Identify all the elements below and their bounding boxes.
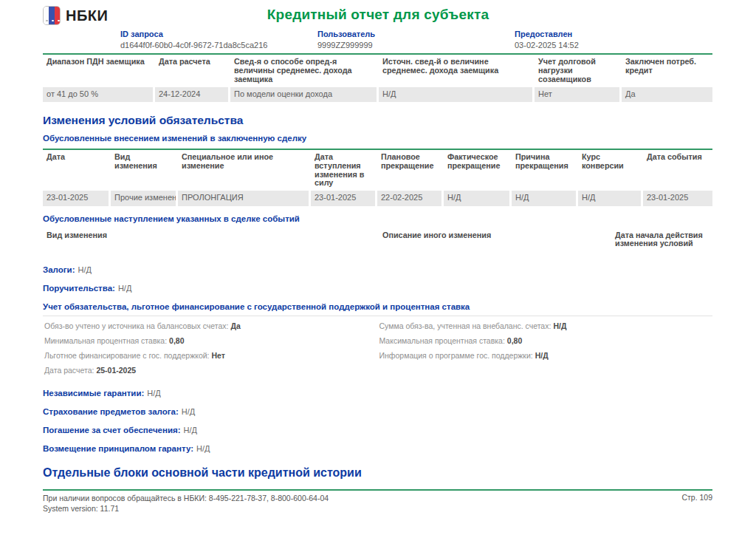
pdn-table-header: Учет долговой нагрузки созаемщиков (535, 55, 619, 86)
meta-provided: Предоставлен 03-02-2025 14:52 (515, 30, 712, 50)
kv-value: Н/Д (196, 444, 210, 453)
changes-table-header: Дата (43, 150, 109, 190)
detail-label: Максимальная процентная ставка: (379, 336, 505, 345)
kv-label: Независимые гарантии: (43, 389, 144, 398)
pdn-table-cell: Нет (535, 87, 619, 102)
kv-guarantees: Поручительства:Н/Д (43, 284, 712, 293)
meta-value: 03-02-2025 14:52 (515, 41, 712, 50)
detail-row: Информация о программе гос. поддержки:Н/… (378, 348, 713, 363)
detail-value: Н/Д (553, 321, 566, 330)
pdn-table-cell: По модели оценки дохода (230, 87, 377, 102)
kv-label: Страхование предметов залога: (43, 407, 179, 416)
changes-table-cell: 23-01-2025 (43, 191, 109, 205)
section-heading-changes: Изменения условий обязательства (43, 114, 712, 127)
events-table-header: Вид изменения (43, 228, 377, 256)
kv-label: Залоги: (43, 265, 75, 274)
detail-value: 25-01-2025 (96, 366, 136, 375)
changes-table-header: Плановое прекращение (377, 150, 441, 190)
footer-text: При наличии вопросов обращайтесь в НБКИ:… (43, 493, 329, 514)
changes-table-cell: 22-02-2025 (377, 191, 441, 205)
logo-dots (46, 20, 48, 22)
page-title: Кредитный отчет для субъекта (0, 7, 756, 23)
meta-value: 9999ZZ999999 (317, 41, 515, 50)
changes-table-cell: Прочие изменения (111, 191, 176, 205)
changes-table-cell: 23-01-2025 (643, 191, 712, 205)
changes-table-cell: 23-01-2025 (311, 191, 375, 205)
events-table-header: Дата начала действия изменения условий (611, 228, 712, 256)
detail-row: Минимальная процентная ставка:0,80 (43, 333, 378, 348)
kv-value: Н/Д (118, 284, 131, 293)
detail-row: Льготное финансирование с гос. поддержко… (43, 348, 378, 363)
pdn-table-header: Дата расчета (155, 55, 228, 86)
detail-row: Сумма обяз-ва, учтенная на внебаланс. сч… (378, 318, 713, 333)
changes-table-header: Специальное или иное изменение (178, 150, 309, 190)
section-heading-blocks: Отдельные блоки основной части кредитной… (43, 466, 712, 480)
detail-label: Льготное финансирование с гос. поддержко… (44, 351, 210, 360)
detail-label: Обяз-во учтено у источника на балансовых… (44, 321, 229, 330)
kv-label: Поручительства: (43, 284, 115, 293)
detail-row: Обяз-во учтено у источника на балансовых… (43, 318, 378, 333)
logo-stripe-blue (49, 7, 54, 24)
kv-collateral-insurance: Страхование предметов залога:Н/Д (43, 407, 712, 416)
pdn-table: Диапазон ПДН заемщика Дата расчета Свед-… (43, 53, 712, 102)
detail-label: Сумма обяз-ва, учтенная на внебаланс. сч… (379, 321, 551, 330)
detail-value: 0,80 (169, 336, 184, 345)
detail-label: Минимальная процентная ставка: (44, 336, 167, 345)
nbki-logo-icon (43, 6, 61, 25)
detail-label: Информация о программе гос. поддержки: (379, 351, 533, 360)
changes-table-header: Причина прекращения (512, 150, 576, 190)
changes-table-cell: Н/Д (578, 191, 641, 205)
kv-collateral: Залоги:Н/Д (43, 265, 712, 274)
logo-stripe-white (44, 7, 49, 24)
kv-repayment-collateral: Погашение за счет обеспечения:Н/Д (43, 426, 712, 435)
pdn-table-cell: Да (622, 87, 712, 102)
meta-user: Пользователь 9999ZZ999999 (317, 30, 515, 50)
changes-table-header: Курс конверсии (578, 150, 641, 190)
pdn-table-header: Свед-я о способе опред-я величины средне… (230, 55, 377, 86)
meta-label: ID запроса (120, 30, 317, 38)
detail-row: Дата расчета:25-01-2025 (43, 363, 378, 378)
subheading-deal-changes: Обусловленные внесением изменений в закл… (43, 134, 712, 143)
changes-table-cell: ПРОЛОНГАЦИЯ (178, 191, 309, 205)
credit-report-page: Кредитный отчет для субъекта НБКИ ID зап… (0, 0, 756, 535)
detail-value: Нет (212, 351, 225, 360)
kv-principal-reimbursement: Возмещение принципалом гаранту:Н/Д (43, 444, 712, 453)
kv-value: Н/Д (184, 426, 197, 435)
changes-table-header: Дата события (643, 150, 712, 190)
meta-value: d1644f0f-60b0-4c0f-9672-71da8c5ca216 (120, 41, 317, 50)
subheading-accounting: Учет обязательства, льготное финансирова… (43, 302, 712, 311)
accounting-right-column: Сумма обяз-ва, учтенная на внебаланс. сч… (378, 318, 713, 378)
accounting-left-column: Обяз-во учтено у источника на балансовых… (43, 318, 378, 378)
pdn-table-header: Источн. свед-й о величине среднемес. дох… (379, 55, 532, 86)
meta-label: Пользователь (317, 30, 515, 38)
pdn-table-cell: Н/Д (379, 87, 532, 102)
kv-label: Погашение за счет обеспечения: (43, 426, 181, 435)
logo-stripe-red (55, 7, 60, 24)
pdn-table-cell: 24-12-2024 (155, 87, 228, 102)
footer-page-number: Стр. 109 (681, 493, 712, 502)
kv-label: Возмещение принципалом гаранту: (43, 444, 193, 453)
changes-table-header: Вид изменения (111, 150, 176, 190)
accounting-details: Обяз-во учтено у источника на балансовых… (43, 316, 712, 378)
kv-value: Н/Д (182, 407, 195, 416)
pdn-table-header: Диапазон ПДН заемщика (43, 55, 153, 86)
footer-contact: При наличии вопросов обращайтесь в НБКИ:… (43, 493, 329, 503)
events-table: Вид изменения Описание иного изменения Д… (43, 228, 712, 256)
events-table-header: Описание иного изменения (379, 228, 609, 256)
footer-version: System version: 11.71 (43, 503, 329, 514)
changes-table-header: Фактическое прекращение (444, 150, 509, 190)
detail-row: Максимальная процентная ставка:0,80 (378, 333, 713, 348)
meta-label: Предоставлен (515, 30, 712, 38)
detail-value: 0,80 (507, 336, 522, 345)
page-footer: При наличии вопросов обращайтесь в НБКИ:… (43, 489, 712, 514)
detail-value: Н/Д (535, 351, 549, 360)
meta-request-id: ID запроса d1644f0f-60b0-4c0f-9672-71da8… (120, 30, 317, 50)
pdn-table-header: Заключен потреб. кредит (622, 55, 712, 86)
changes-table: Дата Вид изменения Специальное или иное … (43, 149, 712, 206)
kv-value: Н/Д (147, 389, 160, 398)
detail-value: Да (231, 321, 241, 330)
subheading-event-changes: Обусловленные наступлением указанных в с… (43, 214, 712, 223)
detail-label: Дата расчета: (44, 366, 94, 375)
report-meta: ID запроса d1644f0f-60b0-4c0f-9672-71da8… (120, 30, 712, 50)
kv-value: Н/Д (78, 265, 91, 274)
